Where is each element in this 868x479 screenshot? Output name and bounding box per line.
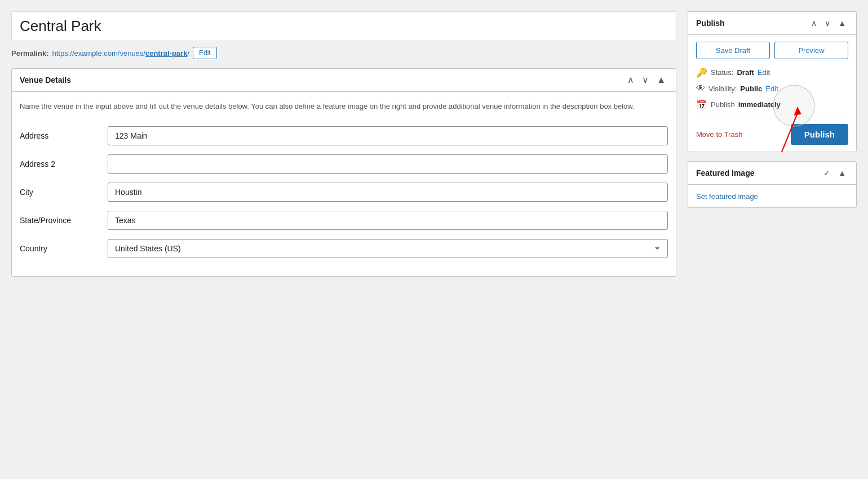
featured-image-controls: ✓ ▲ — [821, 167, 848, 179]
publish-box-controls: ∧ ∨ ▲ — [809, 17, 848, 29]
visibility-label: Visibility: — [708, 85, 737, 93]
featured-image-body: Set featured image — [688, 185, 856, 207]
country-label: Country — [20, 244, 99, 253]
featured-image-box: Featured Image ✓ ▲ Set featured image — [688, 161, 857, 208]
set-featured-image-link[interactable]: Set featured image — [696, 192, 758, 201]
publish-collapse-button[interactable]: ▲ — [836, 17, 848, 29]
status-row: 🔑 Status: Draft Edit — [696, 67, 848, 78]
address-row: Address — [20, 126, 668, 145]
venue-title-input[interactable] — [11, 11, 676, 41]
save-draft-button[interactable]: Save Draft — [696, 42, 770, 59]
publish-up-button[interactable]: ∧ — [809, 17, 819, 29]
metabox-collapse-button[interactable]: ▲ — [654, 74, 668, 86]
address-label: Address — [20, 131, 99, 140]
metabox-up-button[interactable]: ∧ — [625, 74, 636, 86]
publish-down-button[interactable]: ∨ — [822, 17, 832, 29]
status-label: Status: — [711, 68, 733, 77]
featured-image-collapse-button[interactable]: ▲ — [836, 167, 848, 179]
publish-button[interactable]: Publish — [791, 124, 848, 145]
visibility-icon: 👁 — [696, 83, 705, 94]
address2-input[interactable] — [108, 154, 668, 174]
publish-box: Publish ∧ ∨ ▲ Save Draft Preview 🔑 Statu… — [688, 11, 857, 152]
metabox-controls: ∧ ∨ ▲ — [625, 74, 668, 86]
address-input[interactable] — [108, 126, 668, 145]
draft-preview-row: Save Draft Preview — [696, 42, 848, 59]
status-edit-link[interactable]: Edit — [758, 68, 770, 77]
venue-details-metabox: Venue Details ∧ ∨ ▲ Name the venue in th… — [11, 68, 676, 277]
metabox-body: Name the venue in the input above and fi… — [12, 92, 676, 276]
featured-image-title: Featured Image — [696, 168, 754, 178]
permalink-edit-button[interactable]: Edit — [193, 47, 217, 59]
publish-time-row: 📅 Publish immediately — [696, 99, 848, 110]
metabox-down-button[interactable]: ∨ — [640, 74, 651, 86]
publish-actions: Move to Trash Publish — [696, 118, 848, 145]
permalink-label: Permalink: — [11, 49, 48, 57]
country-select[interactable]: United States (US) — [108, 239, 668, 258]
featured-image-header: Featured Image ✓ ▲ — [688, 162, 856, 185]
state-label: State/Province — [20, 216, 99, 225]
visibility-edit-link[interactable]: Edit — [765, 85, 778, 93]
publish-box-body: Save Draft Preview 🔑 Status: Draft Edit … — [688, 35, 856, 152]
preview-button[interactable]: Preview — [774, 42, 848, 59]
state-input[interactable] — [108, 211, 668, 230]
permalink-row: Permalink: https://example.com/venues/ce… — [11, 47, 676, 59]
country-row: Country United States (US) — [20, 239, 668, 258]
venue-description: Name the venue in the input above and fi… — [20, 101, 668, 113]
publish-box-title: Publish — [696, 19, 725, 28]
state-row: State/Province — [20, 211, 668, 230]
visibility-row: 👁 Visibility: Public Edit — [696, 83, 848, 94]
move-to-trash-link[interactable]: Move to Trash — [696, 130, 742, 139]
city-input[interactable] — [108, 183, 668, 202]
publish-time-value: immediately — [738, 100, 781, 109]
metabox-header: Venue Details ∧ ∨ ▲ — [12, 69, 676, 92]
city-label: City — [20, 188, 99, 197]
city-row: City — [20, 183, 668, 202]
publish-time-label: Publish — [711, 100, 735, 109]
permalink-link[interactable]: https://example.com/venues/central-park/ — [52, 49, 189, 57]
sidebar: Publish ∧ ∨ ▲ Save Draft Preview 🔑 Statu… — [688, 11, 857, 217]
main-content: Permalink: https://example.com/venues/ce… — [11, 11, 676, 288]
publish-box-header: Publish ∧ ∨ ▲ — [688, 12, 856, 35]
featured-image-check-button[interactable]: ✓ — [821, 167, 832, 179]
address2-row: Address 2 — [20, 154, 668, 174]
status-value: Draft — [737, 68, 754, 77]
status-icon: 🔑 — [696, 67, 707, 78]
address2-label: Address 2 — [20, 159, 99, 168]
metabox-title: Venue Details — [20, 76, 71, 85]
visibility-value: Public — [740, 85, 762, 93]
calendar-icon: 📅 — [696, 99, 707, 110]
